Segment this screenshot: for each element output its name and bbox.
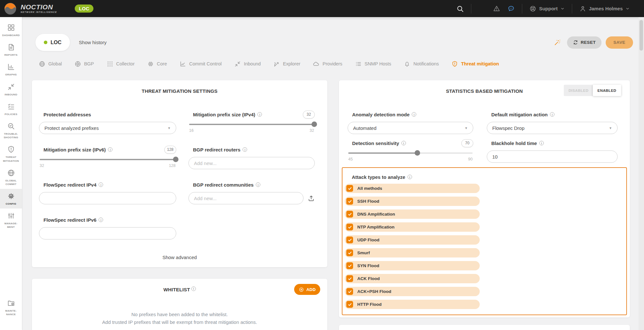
show-history-link[interactable]: Show history	[79, 40, 107, 45]
search-icon[interactable]	[456, 5, 464, 13]
tab-commit-control[interactable]: Commit Control	[179, 61, 222, 67]
sidebar-item-reports[interactable]: REPORTS	[0, 40, 22, 60]
status-dot-icon	[44, 41, 47, 44]
flowspec-redirect-ipv6-input[interactable]	[39, 227, 176, 239]
attack-type-checkbox[interactable]: HTTP Flood	[345, 300, 480, 309]
noction-logo[interactable]: NOCTION NETWORK INTELLIGENCE	[0, 3, 57, 15]
sidebar-item-maintenance[interactable]: MAINTE-NANCE	[0, 296, 22, 319]
save-button[interactable]: SAVE	[606, 36, 633, 49]
sidebar-item-dashboard[interactable]: DASHBOARD	[0, 20, 22, 40]
tab-providers[interactable]: Providers	[313, 61, 342, 67]
sidebar-item-global-commit[interactable]: GLOBAL COMMIT	[0, 166, 22, 189]
attack-type-checkbox[interactable]: NTP Amplification	[345, 222, 480, 232]
attack-type-checkbox[interactable]: DNS Amplification	[345, 209, 480, 219]
tab-snmp-hosts[interactable]: SNMP Hosts	[355, 61, 391, 67]
checkbox-checked-icon[interactable]	[346, 224, 353, 230]
tab-inbound[interactable]: Inbound	[234, 61, 261, 67]
slider-handle[interactable]	[173, 157, 178, 162]
divider	[471, 4, 471, 14]
core-icon	[147, 61, 154, 67]
blackhole-hold-time-input[interactable]	[487, 150, 618, 163]
checkbox-checked-icon[interactable]	[346, 288, 353, 295]
attack-type-checkbox[interactable]: All methods	[345, 184, 480, 193]
checkbox-checked-icon[interactable]	[346, 198, 353, 205]
enabled-toggle-option[interactable]: ENABLED	[593, 85, 621, 96]
ipv6-prefix-slider[interactable]	[40, 159, 176, 160]
warning-icon[interactable]	[493, 5, 500, 12]
instance-pill[interactable]: LOC	[35, 34, 70, 51]
attack-type-checkbox[interactable]: SSH Flood	[345, 197, 480, 206]
whitelist-card: WHITELIST ADD No prefixes have been adde…	[32, 279, 327, 330]
tab-global[interactable]: Global	[39, 61, 62, 67]
sidebar-item-policies[interactable]: POLICIES	[0, 99, 22, 119]
show-advanced-link[interactable]: Show advanced	[32, 255, 327, 260]
blackhole-hold-time-field: Blackhole hold time	[487, 139, 618, 163]
checkbox-checked-icon[interactable]	[346, 275, 353, 282]
sidebar-item-graphs[interactable]: GRAPHS	[0, 60, 22, 79]
bgp-icon	[74, 61, 81, 67]
info-icon[interactable]	[99, 182, 103, 187]
disabled-toggle-option[interactable]: DISABLED	[564, 85, 593, 96]
info-icon[interactable]	[412, 112, 416, 117]
tab-explorer[interactable]: Explorer	[273, 61, 300, 67]
sidebar-item-inbound[interactable]: INBOUND	[0, 80, 22, 99]
attack-type-checkbox[interactable]: ACK+PSH Flood	[345, 287, 480, 296]
wand-icon[interactable]	[554, 39, 561, 46]
tab-threat-mitigation[interactable]: Threat mitigation	[451, 61, 499, 67]
chat-icon[interactable]	[507, 5, 515, 12]
checkbox-checked-icon[interactable]	[346, 262, 353, 269]
user-menu[interactable]: James Holmes	[579, 5, 630, 12]
info-icon[interactable]	[408, 175, 412, 179]
checkbox-checked-icon[interactable]	[346, 211, 353, 218]
info-icon[interactable]	[539, 141, 544, 145]
info-icon[interactable]	[401, 141, 406, 145]
info-icon[interactable]	[550, 112, 554, 117]
attack-types-box: Attack types to analyze All methods SSH …	[342, 167, 627, 315]
info-icon[interactable]	[191, 286, 196, 291]
tab-core[interactable]: Core	[147, 61, 167, 67]
detection-sensitivity-slider[interactable]	[348, 152, 473, 154]
anomaly-detection-mode-select[interactable]: Automated ▼	[348, 122, 473, 134]
sidebar-item-config[interactable]: CONFIG	[0, 189, 22, 209]
ipv4-prefix-field: Mitigation prefix size (IPv4) 32 16 32	[188, 111, 315, 134]
reset-button[interactable]: RESET	[567, 36, 602, 49]
attack-type-checkbox[interactable]: SYN Flood	[345, 261, 480, 270]
support-menu[interactable]: Support	[529, 5, 565, 12]
checkbox-checked-icon[interactable]	[346, 185, 353, 192]
ipv4-prefix-slider[interactable]	[189, 124, 314, 125]
attack-type-checkbox[interactable]: UDP Flood	[345, 235, 480, 245]
info-icon[interactable]	[99, 218, 103, 222]
sidebar-item-troubleshooting[interactable]: TROUBLE-SHOOTING	[0, 119, 22, 142]
flame-alerts-icon[interactable]	[478, 5, 486, 12]
threat-icon	[451, 61, 458, 67]
sidebar-item-management[interactable]: MANAGE-MENT	[0, 209, 22, 232]
divider	[572, 4, 572, 14]
slider-handle[interactable]	[415, 150, 420, 156]
slider-handle[interactable]	[312, 121, 317, 127]
chevron-down-icon	[560, 6, 565, 11]
bgp-redirect-routers-input[interactable]	[188, 157, 315, 169]
scrollbar[interactable]	[639, 17, 644, 330]
info-icon[interactable]	[108, 147, 112, 152]
checkbox-checked-icon[interactable]	[346, 249, 353, 256]
flowspec-redirect-ipv4-input[interactable]	[39, 192, 176, 204]
attack-type-checkbox[interactable]: Smurf	[345, 248, 480, 257]
protected-addresses-select[interactable]: Protect analyzed prefixes ▼	[39, 122, 176, 134]
maintenance-icon	[7, 299, 15, 307]
checkbox-checked-icon[interactable]	[346, 237, 353, 243]
sidebar-item-threat-mitigation[interactable]: THREAT MITIGATION	[0, 142, 22, 165]
add-whitelist-button[interactable]: ADD	[294, 284, 320, 295]
tab-notifications[interactable]: Notifications	[404, 61, 439, 67]
checkbox-checked-icon[interactable]	[346, 301, 353, 308]
bgp-redirect-communities-input[interactable]	[188, 192, 303, 204]
info-icon[interactable]	[256, 182, 260, 187]
tab-bgp[interactable]: BGP	[74, 61, 94, 67]
tab-collector[interactable]: Collector	[107, 61, 135, 67]
info-icon[interactable]	[243, 147, 247, 152]
info-icon[interactable]	[257, 112, 262, 117]
attack-type-checkbox[interactable]: ACK Flood	[345, 274, 480, 283]
default-mitigation-action-select[interactable]: Flowspec Drop ▼	[487, 122, 618, 134]
upload-icon[interactable]	[308, 195, 315, 202]
slider-max: 90	[468, 157, 473, 161]
scrollbar-thumb[interactable]	[639, 20, 643, 51]
